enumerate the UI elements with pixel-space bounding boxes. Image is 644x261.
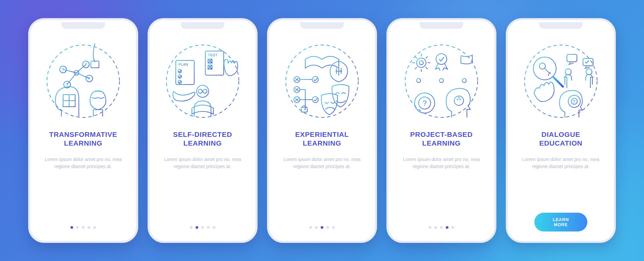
svg-text:?: ? (88, 76, 90, 81)
dot[interactable] (207, 226, 210, 229)
svg-point-47 (436, 54, 447, 64)
dot[interactable] (70, 226, 73, 229)
card-description: Lorem ipsum dolor amet pro no, mea regio… (397, 156, 486, 170)
illustration-transformative: ? ? ? ? (43, 41, 123, 121)
page-indicator (190, 226, 215, 229)
dot[interactable] (326, 226, 329, 229)
card-title: EXPERIENTIAL LEARNING (295, 130, 349, 147)
illustration-experiential (282, 41, 362, 121)
dot[interactable] (76, 226, 79, 229)
illustration-project-based: ? (401, 41, 482, 121)
svg-point-22 (178, 69, 181, 73)
svg-text:TEST: TEST (208, 53, 217, 57)
svg-point-51 (462, 79, 466, 83)
card-title: TRANSFORMATIVE LEARNING (49, 130, 117, 147)
svg-point-34 (203, 89, 207, 93)
svg-text:?: ? (423, 99, 427, 107)
svg-rect-18 (69, 101, 75, 107)
svg-point-33 (198, 89, 202, 93)
onboarding-card-1: ? ? ? ? (28, 18, 138, 243)
card-description: Lorem ipsum dolor amet pro no, mea regio… (39, 156, 127, 170)
dot[interactable] (93, 226, 96, 229)
svg-point-50 (439, 79, 443, 83)
svg-text:?: ? (573, 99, 575, 104)
dot[interactable] (315, 226, 318, 229)
dot[interactable] (309, 226, 312, 229)
svg-line-69 (553, 76, 564, 87)
illustration-self-directed: PLAN TEST (162, 41, 243, 121)
dot[interactable] (88, 226, 90, 229)
onboarding-card-5: ? DIALOGUE EDUCATION Lorem ipsum dolor a… (506, 18, 616, 243)
svg-point-19 (166, 45, 239, 117)
dot[interactable] (440, 226, 443, 229)
svg-rect-16 (69, 95, 75, 101)
dot[interactable] (434, 226, 437, 229)
card-description: Lorem ipsum dolor amet pro no, mea regio… (517, 156, 605, 170)
page-indicator (309, 226, 335, 229)
svg-point-23 (178, 75, 181, 78)
svg-point-49 (417, 79, 421, 83)
svg-point-44 (405, 45, 478, 117)
svg-point-0 (47, 45, 119, 117)
learn-more-button[interactable]: LEARN MORE (534, 213, 587, 231)
svg-point-41 (312, 76, 318, 83)
svg-point-66 (525, 45, 597, 117)
card-title: PROJECT-BASED LEARNING (410, 130, 473, 147)
dot[interactable] (201, 226, 204, 229)
svg-rect-17 (63, 101, 69, 107)
svg-line-12 (67, 73, 76, 85)
dot[interactable] (82, 226, 85, 229)
dot[interactable] (190, 226, 193, 229)
svg-rect-15 (63, 95, 69, 101)
card-description: Lorem ipsum dolor amet pro no, mea regio… (278, 156, 366, 170)
card-description: Lorem ipsum dolor amet pro no, mea regio… (158, 156, 247, 170)
phone-row: ? ? ? ? (0, 0, 644, 261)
svg-point-42 (312, 97, 318, 103)
svg-point-68 (539, 63, 545, 69)
card-title: SELF-DIRECTED LEARNING (173, 130, 232, 147)
page-indicator (70, 226, 96, 229)
dot[interactable] (196, 226, 198, 229)
svg-point-46 (419, 61, 423, 65)
page-indicator (429, 226, 454, 229)
svg-point-74 (565, 69, 571, 75)
dot[interactable] (451, 226, 454, 229)
dot[interactable] (321, 226, 323, 229)
dot[interactable] (429, 226, 431, 229)
illustration-dialogue: ? (521, 41, 601, 121)
dot[interactable] (446, 226, 448, 229)
onboarding-card-3: EXPERIENTIAL LEARNING Lorem ipsum dolor … (267, 18, 377, 243)
dot[interactable] (332, 226, 335, 229)
card-title: DIALOGUE EDUCATION (539, 130, 583, 147)
svg-rect-70 (567, 54, 577, 62)
svg-point-75 (586, 69, 592, 75)
svg-line-13 (76, 64, 86, 73)
onboarding-card-2: PLAN TEST (148, 18, 258, 243)
svg-point-24 (178, 80, 181, 84)
onboarding-card-4: ? PROJECT-BASED LEARNING Lorem ipsum dol… (386, 18, 496, 243)
svg-point-45 (417, 58, 426, 67)
dot[interactable] (213, 226, 215, 229)
svg-text:PLAN: PLAN (178, 62, 188, 66)
